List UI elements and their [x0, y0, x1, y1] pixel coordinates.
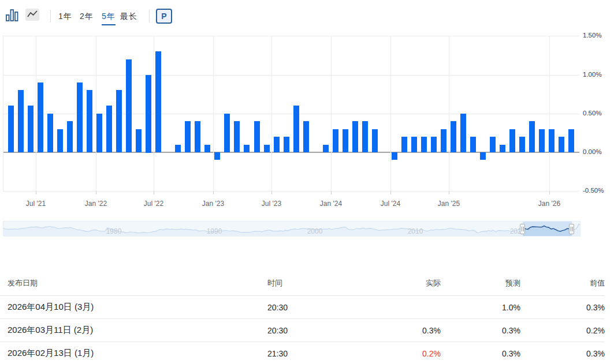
bar-2021-05[interactable] — [28, 106, 34, 152]
cell-forecast: 0.3% — [441, 326, 520, 335]
bar-2024-06[interactable] — [392, 152, 397, 160]
cell-time: 20:30 — [267, 303, 325, 312]
cell-forecast: 0.3% — [441, 349, 520, 358]
col-previous: 前值 — [520, 278, 605, 288]
bar-2024-02[interactable] — [352, 121, 358, 152]
range-button-最长[interactable]: 最长 — [120, 12, 137, 24]
bar-2024-07[interactable] — [401, 137, 407, 152]
table-row[interactable]: 2026年03月11日 (2月)20:300.3%0.3%0.2% — [0, 319, 605, 342]
bar-2025-02[interactable] — [470, 137, 476, 152]
line-chart-icon — [27, 9, 38, 21]
navigator-selected-range[interactable] — [523, 222, 572, 237]
bar-2023-08[interactable] — [293, 106, 299, 152]
bar-2024-09[interactable] — [421, 137, 427, 152]
bar-2025-03[interactable] — [480, 152, 486, 160]
p-toggle-button[interactable]: P — [156, 9, 172, 24]
bar-2023-03[interactable] — [244, 145, 250, 152]
bar-2023-01[interactable] — [224, 114, 230, 152]
bar-2023-09[interactable] — [303, 121, 309, 152]
bar-2025-09[interactable] — [539, 129, 545, 152]
navigator-decade-label: 2010 — [404, 227, 427, 235]
bar-chart-icon — [6, 14, 18, 24]
cell-previous: 0.3% — [520, 349, 605, 358]
gridline-v — [154, 36, 154, 191]
y-axis-label: 0.50% — [583, 110, 602, 117]
bar-2022-05[interactable] — [146, 75, 151, 153]
x-axis-tick — [271, 191, 272, 194]
table-row[interactable]: 2026年02月13日 (1月)21:300.2%0.3%0.3% — [0, 342, 605, 364]
range-button-1年[interactable]: 1年 — [58, 12, 72, 24]
table-row[interactable]: 2026年04月10日 (3月)20:301.0%0.3% — [0, 296, 605, 319]
bar-2021-10[interactable] — [77, 82, 83, 152]
bar-2023-04[interactable] — [254, 121, 260, 152]
bar-2021-09[interactable] — [67, 121, 73, 152]
bar-2021-06[interactable] — [38, 82, 43, 152]
y-axis-label: 0.00% — [583, 148, 602, 155]
navigator-left-handle[interactable] — [520, 224, 525, 234]
bar-2025-04[interactable] — [490, 137, 496, 152]
cell-previous: 0.2% — [520, 326, 605, 335]
bar-2025-01[interactable] — [460, 114, 466, 152]
bar-2025-10[interactable] — [549, 129, 555, 152]
bar-2024-11[interactable] — [441, 129, 446, 152]
navigator-decade-label: 2000 — [303, 227, 326, 235]
navigator-decade-label: 1980 — [102, 227, 125, 235]
x-axis-tick — [213, 191, 214, 194]
bar-2022-01[interactable] — [106, 106, 112, 152]
range-button-2年[interactable]: 2年 — [80, 12, 94, 24]
bar-2025-07[interactable] — [519, 137, 525, 152]
y-axis-label: 1.50% — [583, 32, 602, 39]
bar-2021-03[interactable] — [8, 106, 14, 152]
bar-2022-04[interactable] — [136, 129, 142, 152]
bar-2025-05[interactable] — [500, 145, 505, 152]
bar-2022-12[interactable] — [214, 152, 220, 160]
cell-release-date: 2026年03月11日 (2月) — [0, 325, 267, 336]
x-axis-tick — [331, 191, 332, 194]
bar-2022-10[interactable] — [195, 121, 200, 152]
bar-2021-12[interactable] — [96, 114, 102, 152]
gridline-v — [36, 36, 36, 191]
range-button-5年[interactable]: 5年 — [102, 12, 116, 25]
col-forecast: 预测 — [441, 278, 520, 288]
timeline-navigator[interactable]: 19801990200020102020 — [3, 221, 580, 237]
x-axis-label: Jul '22 — [133, 200, 174, 208]
cell-time: 20:30 — [267, 326, 325, 335]
bar-2024-04[interactable] — [372, 129, 378, 152]
bar-2021-04[interactable] — [18, 90, 24, 152]
bar-2022-11[interactable] — [204, 145, 210, 152]
bar-2022-03[interactable] — [126, 59, 132, 152]
bar-2023-02[interactable] — [234, 121, 240, 152]
economic-indicator-page: 1年2年5年最长 P 1.50%1.00%0.50%0.00%-0.50%Jul… — [0, 0, 614, 364]
bar-2023-05[interactable] — [264, 145, 270, 152]
bar-2024-12[interactable] — [451, 121, 456, 152]
cell-previous: 0.3% — [520, 303, 605, 312]
bar-2026-02[interactable] — [568, 129, 574, 152]
bar-2025-06[interactable] — [509, 129, 515, 152]
bar-2021-08[interactable] — [57, 129, 63, 152]
navigator-sparkline — [3, 222, 580, 237]
bar-2023-12[interactable] — [333, 129, 338, 152]
bar-2024-10[interactable] — [431, 137, 437, 152]
bar-2023-06[interactable] — [274, 137, 280, 152]
bar-2022-06[interactable] — [155, 51, 161, 152]
bar-2023-07[interactable] — [284, 137, 289, 152]
bar-2023-11[interactable] — [323, 145, 329, 152]
bar-2022-08[interactable] — [175, 145, 181, 152]
gridline-v — [449, 36, 449, 191]
bar-2024-01[interactable] — [343, 129, 348, 152]
col-time: 时间 — [267, 278, 325, 288]
bar-2021-11[interactable] — [87, 90, 92, 152]
line-chart-type-button[interactable] — [25, 9, 39, 21]
bar-2026-01[interactable] — [559, 137, 564, 152]
bar-2024-08[interactable] — [411, 137, 417, 152]
bar-chart-type-button[interactable] — [6, 9, 18, 22]
bar-2025-08[interactable] — [529, 121, 535, 152]
cell-actual: 0.3% — [325, 326, 441, 335]
bar-2022-02[interactable] — [116, 90, 122, 152]
bar-2021-07[interactable] — [47, 114, 53, 152]
bar-2024-03[interactable] — [362, 121, 368, 152]
bar-2022-09[interactable] — [185, 121, 191, 152]
gridline-v — [549, 36, 550, 191]
navigator-right-handle[interactable] — [569, 224, 574, 234]
y-axis-label: 1.00% — [583, 71, 602, 78]
